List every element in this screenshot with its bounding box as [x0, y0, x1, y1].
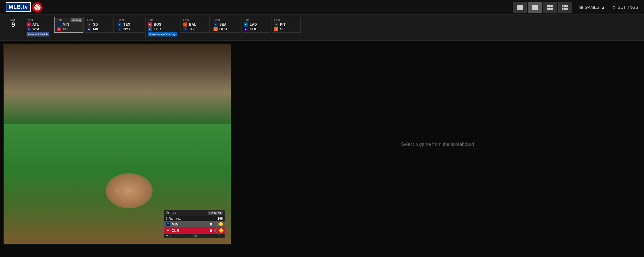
game-status: Final — [148, 18, 177, 22]
svg-rect-10 — [562, 8, 564, 10]
game-card-bos-tor[interactable]: Final B BOS P TOR Free Game of the Day — [145, 17, 179, 38]
svg-rect-1 — [532, 5, 535, 10]
cle-logo: B — [57, 27, 61, 31]
game-status: Final — [87, 18, 111, 22]
logo[interactable]: MLB.tv ⚾ — [6, 2, 43, 13]
tor-logo: P — [148, 27, 152, 31]
pitch-speed: 92 MPH — [208, 211, 223, 215]
team-abbr: HOU — [219, 27, 228, 31]
game-team: S SEA — [214, 22, 237, 27]
game-team: H HOU — [214, 27, 237, 31]
team-abbr: SF — [280, 27, 289, 31]
date-block: Aug 9 — [6, 17, 20, 28]
home-team-name: CLE — [172, 228, 183, 233]
game-team: T TB — [183, 27, 207, 31]
svg-rect-3 — [547, 5, 550, 7]
game-teams: S SEA H HOU — [214, 22, 237, 31]
team-abbr: CLE — [63, 27, 71, 31]
nyy-logo: N — [118, 27, 122, 31]
svg-rect-8 — [564, 5, 566, 7]
game-card-sd-mil[interactable]: Final S SD M MIL — [85, 17, 114, 33]
sd-logo: S — [87, 22, 91, 27]
team-abbr: LAD — [250, 22, 258, 27]
svg-rect-12 — [566, 8, 568, 10]
game-teams: T MIN B CLE — [57, 22, 81, 31]
game-status: Final — [244, 18, 268, 22]
settings-nav[interactable]: ⚙ SETTINGS — [612, 5, 638, 10]
svg-rect-4 — [550, 5, 553, 7]
header: MLB.tv ⚾ — [0, 0, 644, 15]
game-card-min-cle[interactable]: Final Viewing T MIN B CLE — [54, 17, 83, 33]
game-card-lad-col[interactable]: Final L LAD C COL — [241, 17, 270, 33]
bos-logo: B — [148, 22, 152, 27]
inning: ▼ 1 — [166, 234, 171, 237]
game-status: Final — [183, 18, 207, 22]
game-team: F BAL — [183, 22, 207, 27]
game-status: Final — [274, 18, 298, 22]
game-team: P TOR — [148, 27, 177, 31]
game-team: P PIT — [274, 22, 298, 27]
team-abbr: NYY — [123, 27, 132, 31]
game-teams: P PIT S SF — [274, 22, 298, 31]
col-logo: C — [244, 27, 248, 31]
quad-view-icon — [547, 4, 554, 10]
single-view-icon — [516, 4, 523, 10]
pitcher-name: Berríos — [166, 211, 176, 215]
games-nav[interactable]: ▦ GAMES ▲ — [579, 5, 605, 10]
double-view-button[interactable] — [528, 2, 542, 13]
gear-icon: ⚙ — [612, 5, 616, 10]
single-view-button[interactable] — [513, 2, 527, 13]
game-status: Final — [27, 18, 50, 22]
team-abbr: MIL — [93, 27, 102, 31]
game-team: B BOS — [148, 22, 177, 27]
team-abbr: TB — [189, 27, 198, 31]
game-teams: T TEX N NYY — [118, 22, 141, 31]
date-day: 9 — [11, 22, 15, 28]
away-team-score: 0 — [210, 222, 212, 226]
atl-logo: A — [27, 22, 31, 27]
min-logo: T — [57, 22, 61, 27]
free-game-badge: Free Game of the Day — [148, 32, 177, 36]
svg-rect-7 — [562, 5, 564, 7]
header-nav: ▦ GAMES ▲ ⚙ SETTINGS — [513, 2, 638, 13]
game-status: Final — [118, 18, 141, 22]
games-arrow-icon: ▲ — [601, 5, 605, 10]
svg-rect-2 — [535, 5, 538, 10]
bal-logo: F — [183, 22, 187, 27]
games-icon: ▦ — [579, 5, 583, 10]
svg-rect-5 — [547, 8, 550, 10]
game-card-atl-wsh[interactable]: Final A ATL W WSH Facebook Watch — [24, 17, 53, 38]
pit-logo: P — [274, 22, 278, 27]
min-score-logo: T — [166, 222, 170, 226]
game-team: S SF — [274, 27, 298, 31]
game-team: T TEX — [118, 22, 141, 27]
hex-view-icon — [561, 4, 569, 10]
team-abbr: SEA — [219, 22, 228, 27]
lad-logo: L — [244, 22, 248, 27]
game-card-sea-hou[interactable]: Final S SEA H HOU — [211, 17, 240, 33]
quad-view-button[interactable] — [543, 2, 557, 13]
svg-rect-0 — [517, 5, 523, 10]
batter-row: 3 Ramírez .298 — [164, 216, 225, 221]
video-panel: Berríos 92 MPH 3 Ramírez .298 T MIN 0 — [4, 44, 231, 244]
game-teams: A ATL W WSH — [27, 22, 50, 31]
logo-text: MLB.tv — [6, 2, 31, 12]
game-team: S SD — [87, 22, 111, 27]
view-layout-buttons — [513, 2, 572, 13]
game-teams: L LAD C COL — [244, 22, 268, 31]
game-card-pit-sf[interactable]: Final P PIT S SF — [272, 17, 301, 33]
game-team: B CLE — [57, 27, 81, 31]
batter-avg: .298 — [217, 217, 223, 220]
facebook-badge: Facebook Watch — [27, 32, 49, 36]
base-3 — [219, 222, 224, 227]
game-team: C COL — [244, 27, 268, 31]
main-content: Berríos 92 MPH 3 Ramírez .298 T MIN 0 — [0, 41, 644, 248]
game-card-tex-nyy[interactable]: Final T TEX N NYY — [115, 17, 144, 33]
batter-number: 3 — [166, 217, 167, 220]
hex-view-button[interactable] — [558, 2, 572, 13]
game-team: W WSH — [27, 27, 50, 31]
double-view-icon — [531, 4, 538, 10]
batter-name: Ramírez — [169, 217, 181, 220]
away-team-row: T MIN 0 — [164, 221, 225, 227]
game-card-bal-tb[interactable]: Final F BAL T TB — [181, 17, 210, 33]
